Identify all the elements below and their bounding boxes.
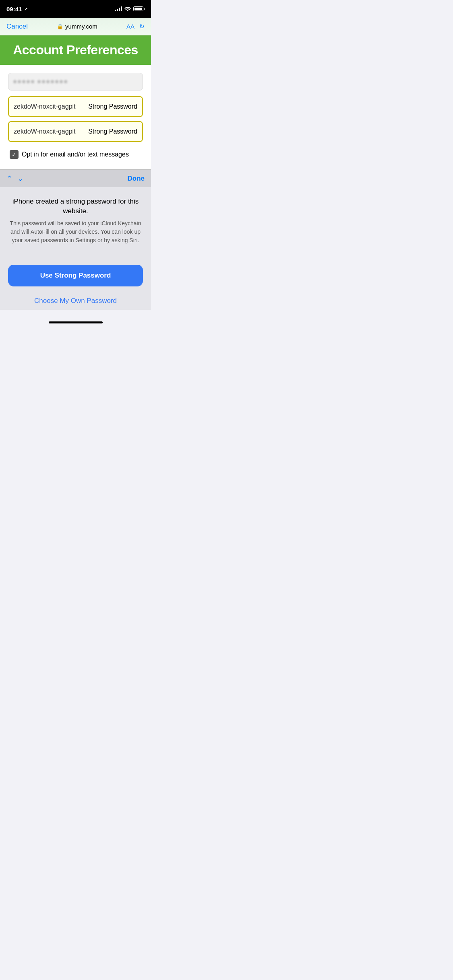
checkbox-label: Opt in for email and/or text messages	[22, 151, 129, 158]
wifi-icon	[124, 6, 131, 12]
overlay-title: iPhone created a strong password for thi…	[8, 197, 143, 216]
checkbox-icon[interactable]: ✓	[10, 150, 19, 159]
location-icon: ↗	[24, 7, 27, 11]
choose-own-password-button[interactable]: Choose My Own Password	[0, 292, 151, 310]
battery-icon	[133, 6, 145, 11]
password-value-1: zekdoW-noxcit-gagpit	[14, 103, 85, 110]
done-button[interactable]: Done	[128, 175, 145, 183]
browser-url-bar: 🔒 yummy.com	[57, 23, 97, 30]
home-indicator	[49, 321, 103, 323]
refresh-button[interactable]: ↻	[139, 23, 145, 30]
status-time: 09:41	[6, 6, 22, 12]
opt-in-checkbox-row[interactable]: ✓ Opt in for email and/or text messages	[8, 146, 143, 163]
web-content: Account Preferences	[0, 35, 151, 169]
lock-icon: 🔒	[57, 23, 63, 29]
form-area: zekdoW-noxcit-gagpit Strong Password zek…	[0, 65, 151, 169]
password-value-2: zekdoW-noxcit-gagpit	[14, 128, 85, 135]
keyboard-toolbar: ⌃ ⌄ Done	[0, 169, 151, 187]
password-field-1[interactable]: zekdoW-noxcit-gagpit Strong Password	[8, 96, 143, 117]
page-header: Account Preferences	[0, 35, 151, 65]
nav-arrows: ⌃ ⌄	[6, 174, 23, 183]
cancel-button[interactable]: Cancel	[6, 23, 28, 31]
signal-bars	[115, 6, 122, 11]
status-left: 09:41 ↗	[6, 6, 27, 12]
strong-password-label-2: Strong Password	[88, 128, 137, 135]
use-strong-password-label: Use Strong Password	[40, 272, 111, 280]
status-bar: 09:41 ↗	[0, 0, 151, 18]
prev-field-button[interactable]: ⌃	[6, 174, 12, 183]
browser-controls: AA ↻	[126, 23, 145, 30]
email-field[interactable]	[8, 73, 143, 91]
text-size-button[interactable]: AA	[126, 23, 134, 30]
choose-own-password-label: Choose My Own Password	[34, 297, 117, 305]
domain-label: yummy.com	[65, 23, 97, 30]
strong-password-label-1: Strong Password	[88, 103, 137, 110]
browser-chrome: Cancel 🔒 yummy.com AA ↻	[0, 18, 151, 35]
password-overlay: iPhone created a strong password for thi…	[0, 187, 151, 310]
overlay-info: iPhone created a strong password for thi…	[0, 187, 151, 253]
overlay-subtitle: This password will be saved to your iClo…	[8, 219, 143, 245]
page-title: Account Preferences	[13, 43, 138, 57]
password-field-2[interactable]: zekdoW-noxcit-gagpit Strong Password	[8, 121, 143, 142]
next-field-button[interactable]: ⌄	[17, 174, 23, 183]
status-right	[115, 6, 145, 12]
use-strong-password-button[interactable]: Use Strong Password	[8, 265, 143, 286]
